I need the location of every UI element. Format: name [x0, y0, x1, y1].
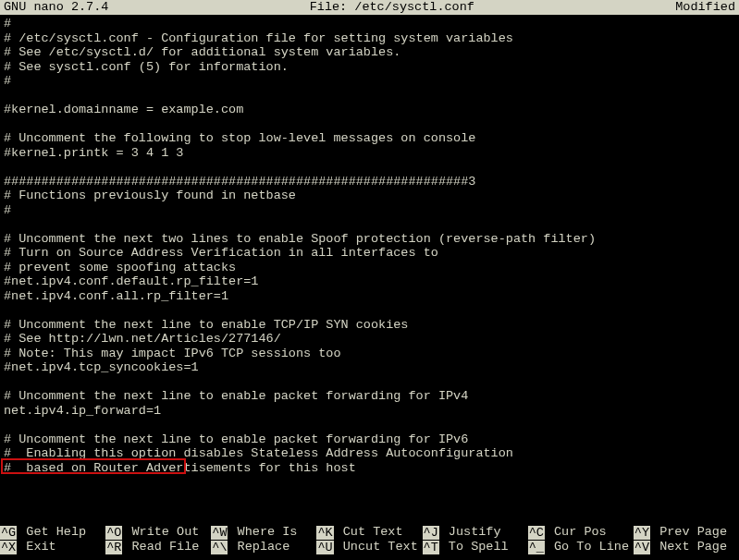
- shortcut-prev-page[interactable]: ^Y Prev Page: [634, 525, 739, 540]
- shortcut-key: ^X: [0, 541, 17, 554]
- editor-line[interactable]: net.ipv4.ip_forward=1: [4, 404, 735, 419]
- file-name: File: /etc/sysctl.conf: [108, 0, 675, 15]
- shortcut-key: ^\: [211, 541, 228, 554]
- editor-line[interactable]: #kernel.domainname = example.com: [4, 103, 735, 117]
- shortcut-label: Cur Pos: [547, 525, 607, 540]
- editor-line[interactable]: # Uncomment the next line to enable TCP/…: [4, 318, 735, 333]
- editor-line[interactable]: # prevent some spoofing attacks: [4, 261, 735, 275]
- modified-status: Modified: [675, 0, 735, 15]
- shortcut-label: Get Help: [18, 525, 86, 540]
- shortcut-key: ^W: [211, 526, 228, 540]
- editor-line[interactable]: [4, 303, 735, 318]
- shortcut-exit[interactable]: ^X Exit: [0, 540, 105, 554]
- shortcut-key: ^K: [316, 526, 333, 540]
- shortcut-key: ^V: [634, 541, 650, 554]
- editor-line[interactable]: #: [4, 17, 735, 31]
- shortcut-key: ^Y: [634, 526, 650, 540]
- app-name: GNU nano 2.7.4: [4, 0, 108, 15]
- shortcut-cut-text[interactable]: ^K Cut Text: [316, 525, 422, 540]
- shortcut-key: ^J: [423, 526, 439, 540]
- shortcut-key: ^G: [0, 526, 17, 540]
- shortcut-label: Next Page: [652, 540, 727, 554]
- editor-line[interactable]: #: [4, 203, 735, 218]
- shortcut-label: Go To Line: [547, 540, 629, 554]
- shortcut-key: ^U: [316, 541, 333, 554]
- editor-line[interactable]: [4, 89, 735, 103]
- shortcut-label: Justify: [441, 525, 501, 540]
- editor-line[interactable]: ########################################…: [4, 175, 735, 189]
- shortcut-write-out[interactable]: ^O Write Out: [105, 525, 211, 540]
- shortcut-label: Exit: [18, 540, 56, 554]
- shortcut-label: Write Out: [124, 525, 199, 540]
- editor-line[interactable]: [4, 418, 735, 432]
- editor-line[interactable]: # /etc/sysctl.conf - Configuration file …: [4, 31, 735, 46]
- footer-shortcuts: ^G Get Help^O Write Out^W Where Is^K Cut…: [0, 525, 739, 554]
- shortcut-uncut-text[interactable]: ^U Uncut Text: [316, 540, 422, 554]
- editor-line[interactable]: # Turn on Source Address Verification in…: [4, 246, 735, 261]
- shortcut-label: Cut Text: [336, 525, 403, 540]
- shortcut-key: ^R: [105, 541, 122, 554]
- shortcut-label: Read File: [124, 540, 199, 554]
- editor-line[interactable]: [4, 160, 735, 175]
- editor-line[interactable]: # Enabling this option disables Stateles…: [4, 446, 735, 461]
- shortcut-label: Where Is: [229, 525, 297, 540]
- shortcut-label: Prev Page: [652, 525, 727, 540]
- editor-line[interactable]: [4, 375, 735, 390]
- editor-line[interactable]: [4, 217, 735, 232]
- editor-line[interactable]: # Uncomment the next line to enable pack…: [4, 389, 735, 404]
- editor-line[interactable]: # Uncomment the following to stop low-le…: [4, 131, 735, 146]
- shortcut-key: ^O: [105, 526, 122, 540]
- editor-line[interactable]: # Note: This may impact IPv6 TCP session…: [4, 347, 735, 361]
- shortcut-where-is[interactable]: ^W Where Is: [211, 525, 316, 540]
- shortcut-replace[interactable]: ^\ Replace: [211, 540, 316, 554]
- editor-area[interactable]: ## /etc/sysctl.conf - Configuration file…: [0, 15, 739, 475]
- shortcut-key: ^T: [423, 541, 439, 554]
- shortcut-go-to-line[interactable]: ^_ Go To Line: [528, 540, 634, 554]
- editor-line[interactable]: [4, 117, 735, 132]
- editor-line[interactable]: # Uncomment the next line to enable pack…: [4, 432, 735, 447]
- editor-line[interactable]: #net.ipv4.tcp_syncookies=1: [4, 360, 735, 375]
- editor-line[interactable]: # Uncomment the next two lines to enable…: [4, 232, 735, 247]
- editor-line[interactable]: #: [4, 74, 735, 89]
- editor-line[interactable]: #kernel.printk = 3 4 1 3: [4, 146, 735, 161]
- editor-line[interactable]: # See /etc/sysctl.d/ for additional syst…: [4, 45, 735, 60]
- editor-line[interactable]: #net.ipv4.conf.all.rp_filter=1: [4, 289, 735, 304]
- shortcut-to-spell[interactable]: ^T To Spell: [423, 540, 528, 554]
- shortcut-label: To Spell: [441, 540, 509, 554]
- shortcut-label: Uncut Text: [336, 540, 418, 554]
- shortcut-label: Replace: [229, 540, 289, 554]
- editor-line[interactable]: # See sysctl.conf (5) for information.: [4, 60, 735, 75]
- editor-line[interactable]: #net.ipv4.conf.default.rp_filter=1: [4, 274, 735, 289]
- titlebar: GNU nano 2.7.4 File: /etc/sysctl.conf Mo…: [0, 0, 739, 15]
- shortcut-cur-pos[interactable]: ^C Cur Pos: [528, 525, 634, 540]
- editor-line[interactable]: # Functions previously found in netbase: [4, 189, 735, 203]
- editor-line[interactable]: # based on Router Advertisements for thi…: [4, 461, 735, 476]
- shortcut-read-file[interactable]: ^R Read File: [105, 540, 211, 554]
- shortcut-next-page[interactable]: ^V Next Page: [634, 540, 739, 554]
- shortcut-justify[interactable]: ^J Justify: [423, 525, 528, 540]
- editor-line[interactable]: # See http://lwn.net/Articles/277146/: [4, 332, 735, 347]
- shortcut-key: ^_: [528, 541, 545, 554]
- shortcut-key: ^C: [528, 526, 545, 540]
- shortcut-get-help[interactable]: ^G Get Help: [0, 525, 105, 540]
